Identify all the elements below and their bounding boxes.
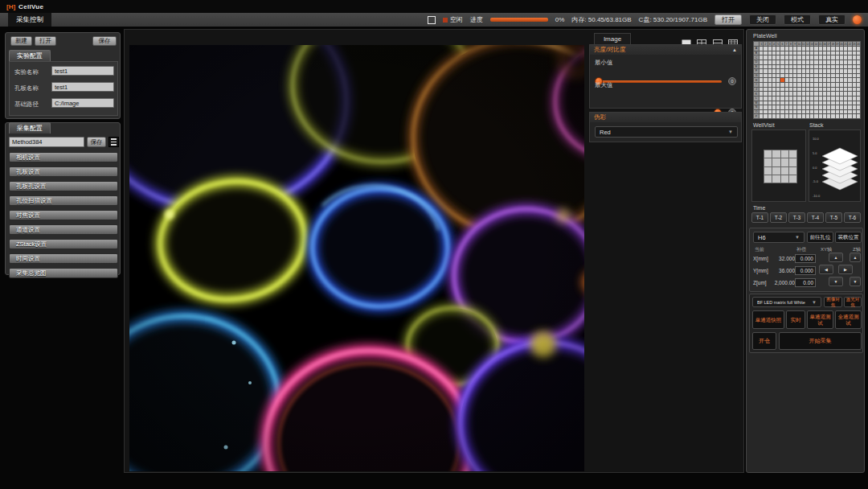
plate-well[interactable] bbox=[853, 97, 856, 101]
plate-well[interactable] bbox=[827, 97, 830, 101]
plate-well[interactable] bbox=[806, 105, 809, 109]
image-focus-button[interactable]: 图像对焦 bbox=[824, 297, 842, 307]
plate-well[interactable] bbox=[810, 78, 813, 82]
plate-well[interactable] bbox=[772, 110, 776, 114]
plate-well[interactable] bbox=[840, 83, 843, 87]
plate-well[interactable] bbox=[776, 83, 780, 87]
plate-well[interactable] bbox=[827, 92, 830, 96]
load-position-button[interactable]: 装载位置 bbox=[835, 232, 862, 243]
plate-well[interactable] bbox=[776, 74, 780, 78]
plate-well[interactable] bbox=[776, 97, 780, 101]
plate-well[interactable] bbox=[810, 110, 813, 114]
plate-well[interactable] bbox=[857, 51, 860, 55]
plate-well[interactable] bbox=[760, 55, 763, 60]
plate-well[interactable] bbox=[802, 83, 805, 87]
plate-well[interactable] bbox=[814, 92, 817, 96]
plate-well[interactable] bbox=[780, 47, 784, 51]
plate-well[interactable] bbox=[760, 47, 763, 51]
plate-well[interactable] bbox=[814, 114, 817, 118]
plate-well[interactable] bbox=[780, 83, 784, 87]
plate-well[interactable] bbox=[785, 51, 788, 55]
plate-well[interactable] bbox=[789, 110, 792, 114]
plate-well[interactable] bbox=[857, 65, 860, 69]
plate-well[interactable] bbox=[802, 92, 805, 96]
plate-well[interactable] bbox=[760, 97, 763, 101]
time-point-4-button[interactable]: T-4 bbox=[807, 212, 824, 223]
plate-well[interactable] bbox=[760, 88, 763, 92]
plate-well[interactable] bbox=[853, 74, 856, 78]
plate-well[interactable] bbox=[776, 51, 780, 55]
plate-well[interactable] bbox=[806, 51, 809, 55]
plate-well[interactable] bbox=[768, 92, 772, 96]
plate-well[interactable] bbox=[764, 60, 767, 64]
plate-well[interactable] bbox=[827, 69, 830, 73]
plate-well[interactable] bbox=[789, 105, 792, 109]
plate-well[interactable] bbox=[827, 110, 830, 114]
stop-frame-icon[interactable] bbox=[428, 16, 436, 24]
plate-well[interactable] bbox=[810, 51, 813, 55]
channel-select[interactable]: BF LED matrix full White▼ bbox=[752, 297, 821, 307]
plate-well[interactable] bbox=[819, 65, 822, 69]
plate-well[interactable] bbox=[810, 105, 813, 109]
plate-well[interactable] bbox=[848, 110, 851, 114]
plate-well[interactable] bbox=[789, 47, 792, 51]
plate-well[interactable] bbox=[853, 55, 856, 60]
plate-well[interactable] bbox=[793, 110, 796, 114]
plate-well[interactable] bbox=[810, 88, 813, 92]
plate-well[interactable] bbox=[810, 69, 813, 73]
plate-well[interactable] bbox=[772, 92, 776, 96]
plate-well[interactable] bbox=[802, 101, 805, 105]
plate-well[interactable] bbox=[814, 83, 817, 87]
plate-well[interactable] bbox=[764, 65, 767, 69]
plate-well[interactable] bbox=[785, 92, 788, 96]
plate-well[interactable] bbox=[776, 114, 780, 118]
plate-well[interactable] bbox=[772, 60, 776, 64]
plate-well[interactable] bbox=[768, 105, 772, 109]
plate-well[interactable] bbox=[848, 78, 851, 82]
plate-well[interactable] bbox=[764, 83, 767, 87]
plate-well[interactable] bbox=[780, 114, 784, 118]
sidebar-step-7[interactable]: 时间设置 bbox=[9, 253, 118, 264]
plate-well[interactable] bbox=[857, 105, 860, 109]
plate-well[interactable] bbox=[857, 55, 860, 60]
plate-well[interactable] bbox=[844, 114, 847, 118]
plate-well[interactable] bbox=[789, 114, 792, 118]
all-channel-test-button[interactable]: 全通道测试 bbox=[835, 310, 862, 329]
plate-well[interactable] bbox=[806, 88, 809, 92]
save-button[interactable]: 保存 bbox=[92, 36, 117, 46]
plate-well[interactable] bbox=[831, 65, 834, 69]
plate-well[interactable] bbox=[789, 51, 792, 55]
plate-well[interactable] bbox=[776, 110, 780, 114]
plate-well[interactable] bbox=[836, 51, 839, 55]
well-select[interactable]: H6▼ bbox=[753, 232, 805, 243]
plate-well[interactable] bbox=[789, 97, 792, 101]
sidebar-step-3[interactable]: 孔位扫描设置 bbox=[9, 195, 118, 206]
plate-well[interactable] bbox=[772, 97, 776, 101]
plate-well[interactable] bbox=[797, 47, 800, 51]
plate-well[interactable] bbox=[857, 83, 860, 87]
open-file-button[interactable]: 打开 bbox=[35, 36, 56, 46]
plate-well[interactable] bbox=[802, 88, 805, 92]
plate-well[interactable] bbox=[827, 60, 830, 64]
plate-well[interactable] bbox=[844, 97, 847, 101]
plate-well[interactable] bbox=[840, 110, 843, 114]
plate-well[interactable] bbox=[814, 47, 817, 51]
plate-well[interactable] bbox=[772, 51, 776, 55]
plate-well[interactable] bbox=[760, 92, 763, 96]
plate-well[interactable] bbox=[840, 69, 843, 73]
time-point-2-button[interactable]: T-2 bbox=[770, 212, 787, 223]
plate-well[interactable] bbox=[844, 88, 847, 92]
plate-well[interactable] bbox=[772, 88, 776, 92]
goto-well-button[interactable]: 前往孔位 bbox=[807, 232, 833, 243]
plate-well[interactable] bbox=[785, 47, 788, 51]
sidebar-step-2[interactable]: 孔板孔设置 bbox=[9, 181, 118, 191]
plate-well[interactable] bbox=[844, 74, 847, 78]
tab-image[interactable]: Image bbox=[594, 33, 631, 44]
tab-acquisition-config[interactable]: 采集配置 bbox=[9, 122, 51, 134]
plate-well[interactable] bbox=[806, 114, 809, 118]
plate-well[interactable] bbox=[840, 88, 843, 92]
plate-well[interactable] bbox=[853, 78, 856, 82]
plate-well[interactable] bbox=[836, 74, 839, 78]
plate-well[interactable] bbox=[810, 101, 813, 105]
plate-well[interactable] bbox=[819, 55, 822, 60]
